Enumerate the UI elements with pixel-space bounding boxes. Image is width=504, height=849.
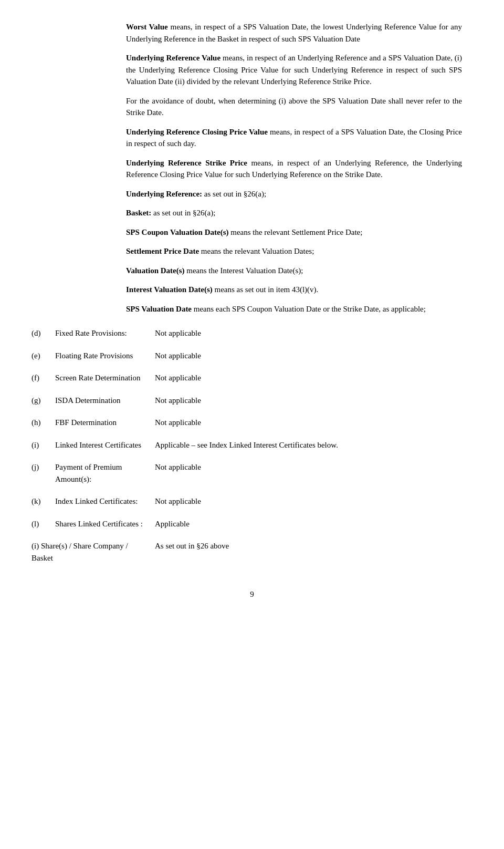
table-row-sub: (i) Share(s) / Share Company / Basket As… <box>32 535 472 569</box>
table-row: (d) Fixed Rate Provisions: Not applicabl… <box>32 322 472 345</box>
row-letter-j: (j) <box>32 456 55 490</box>
row-value-g: Not applicable <box>150 389 472 412</box>
underlying-closing-bold: Underlying Reference Closing Price Value <box>126 128 268 136</box>
sub-row-label: (i) Share(s) / Share Company / Basket <box>32 535 150 569</box>
table-row: (f) Screen Rate Determination Not applic… <box>32 367 472 389</box>
paragraph-valuation-dates: Valuation Date(s) means the Interest Val… <box>126 265 462 277</box>
table-row: (i) Linked Interest Certificates Applica… <box>32 434 472 457</box>
paragraph-underlying-ref: Underlying Reference: as set out in §26(… <box>126 188 462 200</box>
row-value-j: Not applicable <box>150 456 472 490</box>
page: Worst Value means, in respect of a SPS V… <box>0 0 504 849</box>
paragraph-underlying-strike: Underlying Reference Strike Price means,… <box>126 157 462 181</box>
row-value-h: Not applicable <box>150 411 472 434</box>
interest-valuation-bold: Interest Valuation Date(s) <box>126 285 213 294</box>
underlying-ref-label-bold: Underlying Reference: <box>126 190 202 198</box>
row-label-d: Fixed Rate Provisions: <box>55 322 150 345</box>
sub-row-value: As set out in §26 above <box>150 535 472 569</box>
underlying-strike-bold: Underlying Reference Strike Price <box>126 159 247 167</box>
table-row: (h) FBF Determination Not applicable <box>32 411 472 434</box>
paragraph-sps-coupon: SPS Coupon Valuation Date(s) means the r… <box>126 226 462 239</box>
paragraph-underlying-ref-value: Underlying Reference Value means, in res… <box>126 52 462 88</box>
row-label-f: Screen Rate Determination <box>55 367 150 389</box>
worst-value-bold: Worst Value <box>126 23 168 31</box>
paragraph-worst-value: Worst Value means, in respect of a SPS V… <box>126 21 462 45</box>
main-content: Worst Value means, in respect of a SPS V… <box>126 21 462 315</box>
row-letter-g: (g) <box>32 389 55 412</box>
row-letter-h: (h) <box>32 411 55 434</box>
paragraph-interest-valuation: Interest Valuation Date(s) means as set … <box>126 284 462 296</box>
row-value-f: Not applicable <box>150 367 472 389</box>
table-row: (g) ISDA Determination Not applicable <box>32 389 472 412</box>
row-label-k: Index Linked Certificates: <box>55 490 150 513</box>
underlying-ref-value-bold: Underlying Reference Value <box>126 54 220 62</box>
row-value-l: Applicable <box>150 513 472 535</box>
sps-valuation-bold: SPS Valuation Date <box>126 305 192 313</box>
paragraph-settlement: Settlement Price Date means the relevant… <box>126 245 462 257</box>
paragraph-underlying-closing: Underlying Reference Closing Price Value… <box>126 126 462 150</box>
row-letter-i: (i) <box>32 434 55 457</box>
provisions-table: (d) Fixed Rate Provisions: Not applicabl… <box>32 322 472 569</box>
paragraph-basket: Basket: as set out in §26(a); <box>126 207 462 219</box>
row-value-e: Not applicable <box>150 345 472 367</box>
row-value-k: Not applicable <box>150 490 472 513</box>
basket-bold: Basket: <box>126 209 151 217</box>
row-label-i: Linked Interest Certificates <box>55 434 150 457</box>
row-letter-d: (d) <box>32 322 55 345</box>
row-value-i: Applicable – see Index Linked Interest C… <box>150 434 472 457</box>
row-letter-k: (k) <box>32 490 55 513</box>
table-row: (e) Floating Rate Provisions Not applica… <box>32 345 472 367</box>
row-label-j: Payment of Premium Amount(s): <box>55 456 150 490</box>
row-label-h: FBF Determination <box>55 411 150 434</box>
valuation-dates-bold: Valuation Date(s) <box>126 266 185 275</box>
row-label-g: ISDA Determination <box>55 389 150 412</box>
table-row: (j) Payment of Premium Amount(s): Not ap… <box>32 456 472 490</box>
row-letter-f: (f) <box>32 367 55 389</box>
paragraph-avoidance: For the avoidance of doubt, when determi… <box>126 95 462 119</box>
row-value-d: Not applicable <box>150 322 472 345</box>
settlement-bold: Settlement Price Date <box>126 247 199 255</box>
sps-coupon-bold: SPS Coupon Valuation Date(s) <box>126 228 228 236</box>
table-row: (k) Index Linked Certificates: Not appli… <box>32 490 472 513</box>
row-letter-e: (e) <box>32 345 55 367</box>
row-label-e: Floating Rate Provisions <box>55 345 150 367</box>
table-row: (l) Shares Linked Certificates : Applica… <box>32 513 472 535</box>
page-number: 9 <box>32 590 472 599</box>
row-letter-l: (l) <box>32 513 55 535</box>
paragraph-sps-valuation: SPS Valuation Date means each SPS Coupon… <box>126 303 462 315</box>
row-label-l: Shares Linked Certificates : <box>55 513 150 535</box>
